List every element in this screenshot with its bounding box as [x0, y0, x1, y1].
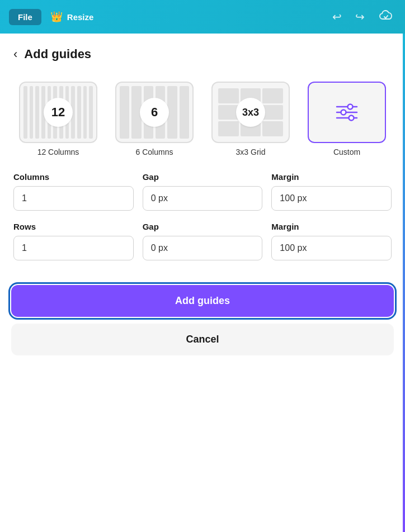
grid-cell: [262, 88, 283, 103]
grid-option-6col[interactable]: 6 6 Columns: [110, 82, 199, 156]
button-section: Add guides Cancel: [0, 281, 405, 355]
form-section: Columns Gap Margin Rows Gap M: [0, 168, 405, 281]
row-gap-input[interactable]: [143, 236, 263, 260]
col-margin-label: Margin: [271, 172, 392, 182]
resize-button[interactable]: 👑 Resize: [50, 11, 94, 23]
grid-cell: [218, 88, 239, 103]
col-gap-label: Gap: [143, 172, 263, 182]
grid-number-6: 6: [140, 98, 169, 127]
resize-label: Resize: [67, 12, 94, 22]
row-gap-group: Gap: [143, 222, 263, 260]
col-line: [83, 86, 87, 139]
grid-number-12: 12: [44, 98, 73, 127]
panel-header: ‹ Add guides: [0, 34, 405, 70]
row-margin-group: Margin: [271, 222, 392, 260]
columns-group: Columns: [13, 172, 134, 211]
grid-cell: [262, 105, 283, 120]
row-margin-input[interactable]: [271, 236, 392, 260]
add-guides-panel: ‹ Add guides: [0, 34, 405, 532]
col-line: [120, 86, 129, 139]
cloud-icon[interactable]: [378, 9, 394, 25]
topbar: File 👑 Resize ↩ ↪: [0, 0, 405, 34]
rows-group: Rows: [13, 222, 134, 260]
grid-label-12col: 12 Columns: [37, 148, 79, 156]
cancel-button[interactable]: Cancel: [11, 324, 394, 355]
col-line: [30, 86, 34, 139]
row-margin-label: Margin: [271, 222, 392, 231]
grid-number-3x3: 3x3: [236, 98, 265, 127]
col-line: [89, 86, 93, 139]
crown-icon: 👑: [50, 11, 63, 23]
col-line: [23, 86, 27, 139]
rows-label: Rows: [13, 222, 134, 231]
svg-point-5: [349, 116, 354, 121]
file-button[interactable]: File: [9, 9, 41, 25]
grid-option-12col[interactable]: 12 12 Columns: [13, 82, 103, 156]
grid-thumb-6col: 6: [115, 82, 194, 143]
rows-row: Rows Gap Margin: [13, 222, 392, 260]
back-button[interactable]: ‹: [13, 48, 17, 60]
grid-thumb-custom: [308, 82, 386, 143]
add-guides-button[interactable]: Add guides: [11, 285, 394, 317]
col-line: [77, 86, 81, 139]
row-gap-label: Gap: [143, 222, 263, 231]
col-gap-group: Gap: [143, 172, 263, 211]
svg-point-1: [348, 104, 353, 110]
columns-input[interactable]: [13, 186, 134, 211]
grid-option-3x3[interactable]: 3x3 3x3 Grid: [206, 82, 295, 156]
col-line: [180, 86, 189, 139]
col-line: [35, 86, 39, 139]
sliders-icon: [335, 102, 359, 122]
grid-cell: [218, 121, 239, 136]
grid-option-custom[interactable]: Custom: [302, 82, 392, 156]
grid-thumb-3x3: 3x3: [211, 82, 290, 143]
grid-options-row: 12 12 Columns 6 6 Columns: [0, 70, 405, 168]
grid-thumb-12col: 12: [19, 82, 97, 143]
columns-row: Columns Gap Margin: [13, 172, 392, 211]
col-margin-input[interactable]: [271, 186, 392, 211]
grid-cell: [262, 121, 283, 136]
grid-label-3x3: 3x3 Grid: [236, 148, 266, 156]
panel-title: Add guides: [24, 47, 91, 61]
rows-input[interactable]: [13, 236, 134, 260]
redo-icon[interactable]: ↪: [355, 10, 365, 23]
col-gap-input[interactable]: [143, 186, 263, 211]
grid-label-custom: Custom: [333, 148, 360, 156]
custom-thumb-inner: [309, 83, 385, 142]
svg-point-3: [341, 110, 346, 115]
columns-label: Columns: [13, 172, 134, 182]
col-margin-group: Margin: [271, 172, 392, 211]
grid-label-6col: 6 Columns: [136, 148, 173, 156]
undo-icon[interactable]: ↩: [332, 10, 342, 23]
